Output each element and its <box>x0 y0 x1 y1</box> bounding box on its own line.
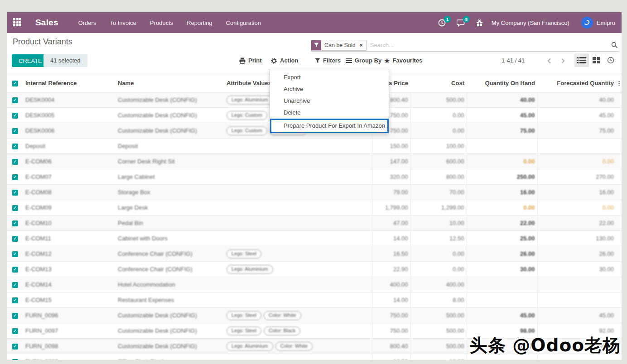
cell-name[interactable]: Conference Chair (CONFIG) <box>116 246 225 262</box>
header-name[interactable]: Name <box>116 74 225 92</box>
header-cost[interactable]: Cost <box>410 74 467 92</box>
menu-products[interactable]: Products <box>150 19 173 26</box>
pager-next-button[interactable] <box>557 54 569 67</box>
cell-internal-reference[interactable]: E-COM14 <box>23 277 116 292</box>
company-switcher[interactable]: My Company (San Francisco) <box>492 19 569 26</box>
kanban-view-button[interactable] <box>589 53 603 67</box>
row-checkbox[interactable] <box>12 174 18 180</box>
cell-name[interactable]: Storage Box <box>116 185 225 200</box>
menu-item-delete[interactable]: Delete <box>270 107 389 119</box>
cell-name[interactable]: Customizable Desk (CONFIG) <box>116 108 225 123</box>
cell-internal-reference[interactable]: E-COM15 <box>23 292 116 308</box>
activity-menu-button[interactable]: 1 <box>438 19 446 27</box>
row-checkbox[interactable] <box>12 97 18 103</box>
cell-name[interactable]: Customizable Desk (CONFIG) <box>116 308 225 323</box>
row-checkbox[interactable] <box>12 313 18 319</box>
cell-internal-reference[interactable]: E-COM10 <box>23 216 116 231</box>
user-avatar[interactable] <box>581 17 593 29</box>
cell-name[interactable]: Customizable Desk (CONFIG) <box>116 323 225 339</box>
cell-quantity-on-hand: 0.00 <box>467 154 537 169</box>
menu-item-archive[interactable]: Archive <box>270 83 389 95</box>
cell-name[interactable]: Customizable Desk (CONFIG) <box>116 339 225 354</box>
cell-name[interactable]: Deposit <box>116 139 225 154</box>
cell-name[interactable]: Office Chair Black <box>116 354 225 360</box>
app-brand[interactable]: Sales <box>35 18 58 28</box>
selected-count-badge[interactable]: 41 selected <box>43 54 87 67</box>
messages-menu-button[interactable]: 5 <box>457 19 465 27</box>
cell-name[interactable]: Restaurant Expenses <box>116 292 225 308</box>
row-checkbox[interactable] <box>12 128 18 134</box>
facet-remove-icon[interactable]: × <box>359 40 366 50</box>
cell-name[interactable]: Customizable Desk (CONFIG) <box>116 92 225 108</box>
cell-name[interactable]: Pedal Bin <box>116 216 225 231</box>
cell-name[interactable]: Large Cabinet <box>116 169 225 185</box>
row-checkbox[interactable] <box>12 159 18 165</box>
row-checkbox[interactable] <box>12 359 18 360</box>
cell-internal-reference[interactable]: FURN_0269 <box>23 354 116 360</box>
rewards-menu-button[interactable] <box>476 19 483 27</box>
action-button[interactable]: Action <box>270 54 298 67</box>
cell-internal-reference[interactable]: FURN_0098 <box>23 339 116 354</box>
search-facet-can-be-sold[interactable]: Can be Sold × <box>311 40 367 51</box>
menu-item-unarchive[interactable]: Unarchive <box>270 95 389 107</box>
cell-internal-reference[interactable]: E-COM09 <box>23 200 116 216</box>
row-checkbox[interactable] <box>12 251 18 257</box>
search-icon[interactable] <box>611 42 618 48</box>
favourites-button[interactable]: ★ Favourites <box>384 54 422 67</box>
cell-internal-reference[interactable]: E-COM11 <box>23 231 116 246</box>
row-checkbox[interactable] <box>12 267 18 273</box>
group-by-bars-icon <box>346 58 352 63</box>
row-checkbox[interactable] <box>12 205 18 211</box>
cell-name[interactable]: Cabinet with Doors <box>116 231 225 246</box>
cell-internal-reference[interactable]: FURN_0096 <box>23 308 116 323</box>
row-checkbox[interactable] <box>12 297 18 303</box>
cell-internal-reference[interactable]: DESK0005 <box>23 108 116 123</box>
print-button[interactable]: Print <box>239 54 262 67</box>
cell-name[interactable]: Conference Chair (CONFIG) <box>116 262 225 277</box>
cell-extra <box>616 354 622 360</box>
apps-menu-icon[interactable] <box>13 18 22 27</box>
cell-name[interactable]: Hotel Accommodation <box>116 277 225 292</box>
cell-internal-reference[interactable]: E-COM08 <box>23 185 116 200</box>
cell-name[interactable]: Corner Desk Right Sit <box>116 154 225 169</box>
cell-internal-reference[interactable]: DESK0006 <box>23 123 116 139</box>
cell-internal-reference[interactable]: E-COM06 <box>23 154 116 169</box>
row-checkbox[interactable] <box>12 344 18 350</box>
pager-previous-button[interactable] <box>543 54 555 67</box>
cell-name[interactable]: Customizable Desk (CONFIG) <box>116 123 225 139</box>
menu-to-invoice[interactable]: To Invoice <box>110 19 136 26</box>
menu-item-export[interactable]: Export <box>270 72 389 83</box>
cell-internal-reference[interactable]: Deposit <box>23 139 116 154</box>
menu-configuration[interactable]: Configuration <box>226 19 261 26</box>
user-menu[interactable]: Emipro <box>597 19 615 26</box>
cell-name[interactable]: Large Desk <box>116 200 225 216</box>
cell-cost: 8.00 <box>410 292 467 308</box>
cell-internal-reference[interactable]: E-COM13 <box>23 262 116 277</box>
cell-internal-reference[interactable]: FURN_0097 <box>23 323 116 339</box>
control-panel-top: Product Variants Can be Sold × <box>7 33 622 52</box>
row-checkbox[interactable] <box>12 236 18 242</box>
header-internal-reference[interactable]: Internal Reference <box>23 74 116 92</box>
filters-button[interactable]: Filters <box>315 54 341 67</box>
cell-internal-reference[interactable]: E-COM07 <box>23 169 116 185</box>
row-checkbox[interactable] <box>12 113 18 119</box>
search-input[interactable] <box>369 41 611 49</box>
row-checkbox[interactable] <box>12 328 18 334</box>
list-view-button[interactable] <box>574 53 589 67</box>
cell-internal-reference[interactable]: E-COM12 <box>23 246 116 262</box>
row-checkbox[interactable] <box>12 144 18 149</box>
optional-columns-toggle[interactable]: ⋮ <box>616 74 622 92</box>
row-checkbox[interactable] <box>12 220 18 226</box>
navbar-systray: 1 5 My Company (San Francisco) Emipro <box>438 17 615 29</box>
menu-reporting[interactable]: Reporting <box>187 19 212 26</box>
menu-item-prepare-product-for-export-in-amazon[interactable]: Prepare Product For Export In Amazon <box>271 120 387 132</box>
select-all-checkbox[interactable] <box>12 81 18 86</box>
cell-internal-reference[interactable]: DESK0004 <box>23 92 116 108</box>
row-checkbox[interactable] <box>12 190 18 196</box>
menu-orders[interactable]: Orders <box>78 19 96 26</box>
group-by-button[interactable]: Group By <box>346 54 381 67</box>
row-checkbox[interactable] <box>12 282 18 288</box>
header-forecasted-quantity[interactable]: Forecasted Quantity <box>537 74 616 92</box>
activity-view-button[interactable] <box>603 53 618 67</box>
header-quantity-on-hand[interactable]: Quantity On Hand <box>467 74 537 92</box>
